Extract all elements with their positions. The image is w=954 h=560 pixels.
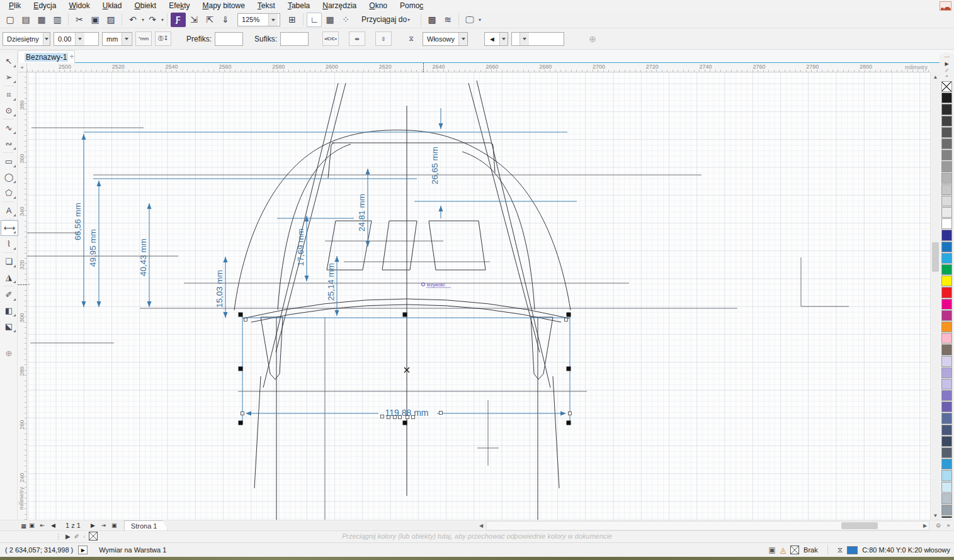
vertical-ruler[interactable]: milimetry 380360340320300280260240 [18, 72, 27, 520]
color-swatch[interactable] [941, 116, 952, 126]
node-point[interactable] [244, 318, 247, 322]
color-swatch[interactable] [941, 505, 952, 515]
scroll-down-icon[interactable]: ▼ [931, 511, 940, 520]
color-swatch[interactable] [941, 379, 952, 389]
rectangle-tool[interactable]: ▭ [0, 154, 18, 169]
selection-handle[interactable] [567, 367, 571, 371]
new-tab-button[interactable]: + [67, 52, 77, 61]
color-swatch[interactable] [941, 287, 952, 298]
save-document-button[interactable]: ▦ [34, 13, 49, 27]
node-point[interactable] [387, 416, 390, 419]
color-swatch[interactable] [941, 264, 952, 275]
color-swatch[interactable] [941, 196, 952, 206]
menu-obiekt[interactable]: Obiekt [128, 1, 162, 11]
color-swatch[interactable] [941, 138, 952, 149]
expand-icon[interactable]: » [944, 521, 953, 530]
selection-handle[interactable] [567, 421, 571, 425]
dimension-text-centered-button[interactable]: ⇳ [375, 31, 392, 46]
menu-tekst[interactable]: Tekst [251, 1, 281, 11]
color-swatch[interactable] [941, 230, 952, 240]
redo-button[interactable]: ↷ [145, 13, 160, 27]
add-page-button-2[interactable]: ▣ [110, 521, 119, 530]
arrowhead-select[interactable]: ◄ [484, 32, 508, 46]
redo-dropdown[interactable]: ▾ [161, 17, 164, 23]
color-swatch[interactable] [941, 401, 952, 412]
window-layout-button[interactable]: 🖵 [462, 13, 477, 27]
options-button[interactable]: ▩ [424, 13, 440, 27]
color-swatch[interactable] [941, 161, 952, 172]
ellipse-tool[interactable]: ◯ [0, 169, 18, 185]
prefix-position-button[interactable]: ⓪↧ [155, 31, 171, 46]
import-button[interactable]: ⇲ [186, 13, 202, 27]
dimension-style-select[interactable]: Dziesiętny [3, 32, 50, 46]
palette-handle[interactable]: ⋯ [940, 53, 954, 60]
zoom-tool[interactable]: ⊙ [0, 103, 18, 118]
menu-edycja[interactable]: Edycja [27, 1, 62, 11]
artistic-media-tool[interactable]: ∾ [0, 136, 18, 152]
zoom-icon[interactable]: ⊙ [934, 521, 943, 530]
color-swatch[interactable] [941, 413, 952, 423]
full-screen-preview-button[interactable]: ⊞ [285, 13, 300, 27]
color-swatch[interactable] [941, 104, 952, 115]
color-swatch[interactable] [941, 150, 952, 160]
color-proof-icon[interactable]: ▣ [769, 546, 776, 554]
color-swatch[interactable] [941, 367, 952, 378]
ruler-origin-button[interactable]: ⌖ [18, 63, 27, 72]
show-guidelines-button[interactable]: ⁘ [338, 13, 353, 27]
text-tool[interactable]: A [0, 203, 18, 218]
add-page-button[interactable]: ▣ [27, 521, 37, 530]
chevron-down-icon[interactable] [520, 33, 529, 45]
chevron-down-icon[interactable] [499, 33, 508, 45]
color-swatch[interactable] [941, 218, 952, 229]
color-swatch[interactable] [941, 92, 952, 103]
color-swatch[interactable] [941, 322, 952, 332]
color-swatch[interactable] [941, 493, 952, 504]
dimension-precision-select[interactable]: 0.00 [54, 32, 99, 46]
show-rulers-button[interactable]: ∟ [307, 13, 322, 27]
selection-handle[interactable] [567, 313, 571, 317]
user-account-icon[interactable] [940, 1, 951, 11]
customize-button[interactable]: ≋ [440, 13, 455, 27]
drop-shadow-tool[interactable]: ❏ [0, 254, 18, 269]
color-swatch[interactable] [941, 242, 952, 252]
menu-tabela[interactable]: Tabela [281, 1, 316, 11]
interactive-fill-tool[interactable]: ◧ [0, 303, 18, 318]
vertical-scroll-thumb[interactable] [932, 242, 939, 272]
node-point[interactable] [565, 318, 568, 322]
node-point[interactable] [399, 416, 402, 419]
menu-okno[interactable]: Okno [363, 1, 394, 11]
pick-tool[interactable]: ↖ [0, 53, 18, 69]
color-swatch[interactable] [941, 333, 952, 344]
selection-handle[interactable] [239, 421, 243, 425]
node-point[interactable] [569, 412, 572, 415]
menu-narzędzia[interactable]: Narzędzia [316, 1, 363, 11]
palette-flyout-button[interactable]: ▶ [940, 60, 954, 67]
color-swatch[interactable] [941, 184, 952, 195]
color-swatch[interactable] [941, 299, 952, 310]
dimension-text-horizontal-button[interactable]: ⇹ [349, 31, 365, 46]
color-swatch[interactable] [941, 310, 952, 321]
node-point[interactable] [406, 416, 409, 419]
color-swatch[interactable] [941, 356, 952, 367]
color-swatch[interactable] [941, 207, 952, 218]
freehand-tool[interactable]: ∿ [0, 120, 18, 136]
vertical-scrollbar[interactable]: ▲ ▼ [930, 72, 940, 520]
line-style-select[interactable] [511, 32, 564, 46]
last-page-button[interactable]: ⇥ [99, 521, 108, 530]
show-units-toggle[interactable]: ″mm [135, 31, 152, 46]
new-document-button[interactable]: ▢ [3, 13, 18, 27]
chevron-down-icon[interactable] [458, 33, 467, 45]
color-swatch[interactable] [941, 482, 952, 493]
prefix-input[interactable] [215, 32, 243, 46]
status-flyout-button[interactable]: ▶ [78, 546, 88, 554]
node-point[interactable] [381, 415, 384, 418]
chevron-down-icon[interactable] [75, 33, 84, 45]
dynamic-dimensioning-button[interactable]: •ЮЄ• [322, 31, 339, 46]
next-page-button[interactable]: ▶ [88, 521, 98, 530]
export-button[interactable]: ⇱ [202, 13, 217, 27]
horizontal-scroll-thumb[interactable] [841, 522, 878, 529]
window-layout-dropdown[interactable]: ▾ [479, 17, 481, 23]
outline-width-select[interactable]: Włosowy [423, 32, 468, 46]
connector-tool[interactable]: ⌇ [0, 236, 18, 252]
selection-handle[interactable] [403, 313, 407, 317]
